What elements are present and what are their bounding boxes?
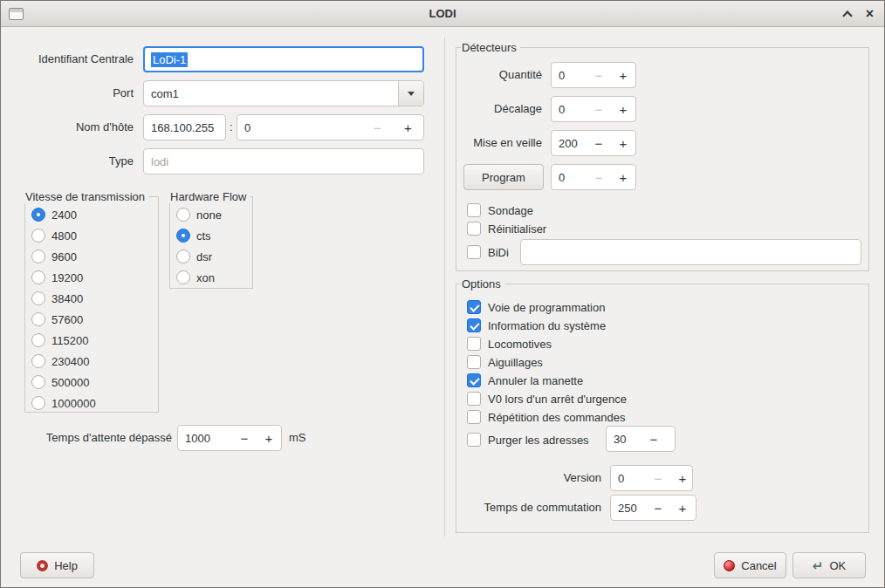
radio-option-dsr[interactable]: dsr xyxy=(176,246,212,267)
plus-button[interactable]: + xyxy=(611,165,635,189)
checkbox-purger-adresses[interactable]: Purger les adresses xyxy=(467,432,589,448)
radio-option-230400[interactable]: 230400 xyxy=(31,351,89,372)
checkbox-aiguillages[interactable]: Aiguillages xyxy=(467,354,543,370)
radio-icon xyxy=(176,229,190,243)
commutation-spinner[interactable]: 250 − + xyxy=(610,495,696,521)
checkbox-label: Sondage xyxy=(488,204,533,217)
radio-option-38400[interactable]: 38400 xyxy=(31,288,83,309)
radio-icon xyxy=(31,208,45,222)
host-input[interactable] xyxy=(143,114,226,140)
minus-button[interactable]: − xyxy=(587,131,611,155)
radio-icon xyxy=(31,270,45,284)
plus-button[interactable]: + xyxy=(393,115,423,140)
radio-icon xyxy=(31,333,45,347)
radio-label: 57600 xyxy=(51,313,83,326)
bidi-input[interactable] xyxy=(520,239,861,265)
plus-button[interactable]: + xyxy=(666,427,676,451)
identifiant-value: LoDi-1 xyxy=(151,52,188,67)
plus-button[interactable]: + xyxy=(670,496,695,520)
spinner-value[interactable]: 0 xyxy=(552,165,587,189)
bidi-checkbox[interactable]: BiDi xyxy=(467,244,509,260)
options-legend: Options xyxy=(461,277,504,291)
plus-button[interactable]: + xyxy=(670,466,693,490)
host-label: Nom d'hôte xyxy=(10,114,134,140)
timeout-spinner[interactable]: 1000 − + xyxy=(177,425,282,451)
checkbox-voie-programmation[interactable]: Voie de programmation xyxy=(467,299,605,315)
radio-icon xyxy=(31,312,45,326)
quantite-spinner[interactable]: 0 − + xyxy=(551,62,636,88)
checkbox-icon xyxy=(467,318,481,332)
checkbox-locomotives[interactable]: Locomotives xyxy=(467,336,552,352)
checkbox-v0-arret-urgence[interactable]: V0 lors d'un arrêt d'urgence xyxy=(467,391,627,407)
minus-button[interactable]: − xyxy=(646,496,670,520)
radio-option-2400[interactable]: 2400 xyxy=(31,204,77,225)
spinner-value[interactable]: 30 xyxy=(607,427,641,451)
purger-spinner[interactable]: 30 − + xyxy=(606,426,676,452)
commutation-label: Temps de commutation xyxy=(456,495,601,521)
ok-button[interactable]: ↵ OK xyxy=(792,552,866,578)
checkbox-icon xyxy=(467,410,481,424)
radio-option-9600[interactable]: 9600 xyxy=(31,246,77,267)
checkbox-icon xyxy=(467,373,481,387)
program-spinner[interactable]: 0 − + xyxy=(551,164,636,190)
checkbox-label: Réinitialiser xyxy=(488,222,546,236)
radio-option-none[interactable]: none xyxy=(176,204,222,225)
checkbox-repetition-commandes[interactable]: Répétition des commandes xyxy=(467,409,626,425)
help-icon xyxy=(37,560,48,571)
identifiant-label: Identifiant Centrale xyxy=(10,46,134,72)
spinner-value[interactable]: 0 xyxy=(552,97,587,121)
radio-label: none xyxy=(196,209,222,222)
spinner-value[interactable]: 250 xyxy=(611,496,646,520)
shade-button[interactable] xyxy=(835,1,859,26)
plus-button[interactable]: + xyxy=(611,131,635,155)
radio-option-19200[interactable]: 19200 xyxy=(31,267,83,288)
radio-option-115200[interactable]: 115200 xyxy=(31,330,88,351)
checkbox-information-systeme[interactable]: Information du système xyxy=(467,318,606,333)
help-button[interactable]: Help xyxy=(20,552,94,578)
port-combobox[interactable]: com1 xyxy=(143,80,424,106)
host-port-spinner[interactable]: 0 − + xyxy=(237,114,424,140)
host-separator: : xyxy=(230,114,233,140)
radio-icon xyxy=(176,250,190,263)
sondage-checkbox[interactable]: Sondage xyxy=(467,202,533,218)
checkbox-label: Répétition des commandes xyxy=(488,411,626,424)
plus-button[interactable]: + xyxy=(611,97,635,121)
checkbox-annuler-manette[interactable]: Annuler la manette xyxy=(467,373,583,388)
decalage-spinner[interactable]: 0 − + xyxy=(551,96,636,122)
port-value: com1 xyxy=(144,81,398,106)
spinner-value[interactable]: 1000 xyxy=(178,426,232,450)
plus-button[interactable]: + xyxy=(611,63,635,87)
chevron-up-icon xyxy=(842,10,852,20)
veille-spinner[interactable]: 200 − + xyxy=(551,130,636,156)
panel-divider xyxy=(444,38,445,537)
minus-button: − xyxy=(587,97,611,121)
radio-option-xon[interactable]: xon xyxy=(176,267,215,288)
spinner-value[interactable]: 0 xyxy=(611,466,646,490)
titlebar[interactable]: LODI × xyxy=(1,1,884,27)
radio-label: 2400 xyxy=(51,209,77,222)
reinitialiser-checkbox[interactable]: Réinitialiser xyxy=(467,221,546,236)
checkbox-label: Aiguillages xyxy=(488,356,543,369)
radio-label: 4800 xyxy=(51,229,77,243)
program-button[interactable]: Program xyxy=(463,164,544,190)
cancel-button[interactable]: Cancel xyxy=(714,552,786,578)
close-button[interactable]: × xyxy=(858,1,882,26)
spinner-value[interactable]: 0 xyxy=(552,63,587,87)
spinner-value[interactable]: 200 xyxy=(552,131,587,155)
radio-option-57600[interactable]: 57600 xyxy=(31,309,83,330)
minus-button[interactable]: − xyxy=(232,426,257,450)
radio-option-500000[interactable]: 500000 xyxy=(31,372,89,393)
type-input[interactable] xyxy=(143,148,424,174)
radio-option-cts[interactable]: cts xyxy=(176,225,211,246)
chevron-down-icon[interactable] xyxy=(398,81,423,106)
identifiant-input[interactable]: LoDi-1 xyxy=(143,46,424,72)
window-title: LODI xyxy=(1,1,884,26)
dialog-window: LODI × Identifiant Centrale LoDi-1 Port … xyxy=(0,0,885,588)
radio-label: xon xyxy=(196,271,215,284)
spinner-value[interactable]: 0 xyxy=(237,115,362,140)
radio-option-4800[interactable]: 4800 xyxy=(31,225,77,246)
minus-button[interactable]: − xyxy=(641,427,666,451)
radio-option-1000000[interactable]: 1000000 xyxy=(31,393,96,414)
plus-button[interactable]: + xyxy=(257,426,281,450)
version-spinner[interactable]: 0 − + xyxy=(610,465,693,491)
